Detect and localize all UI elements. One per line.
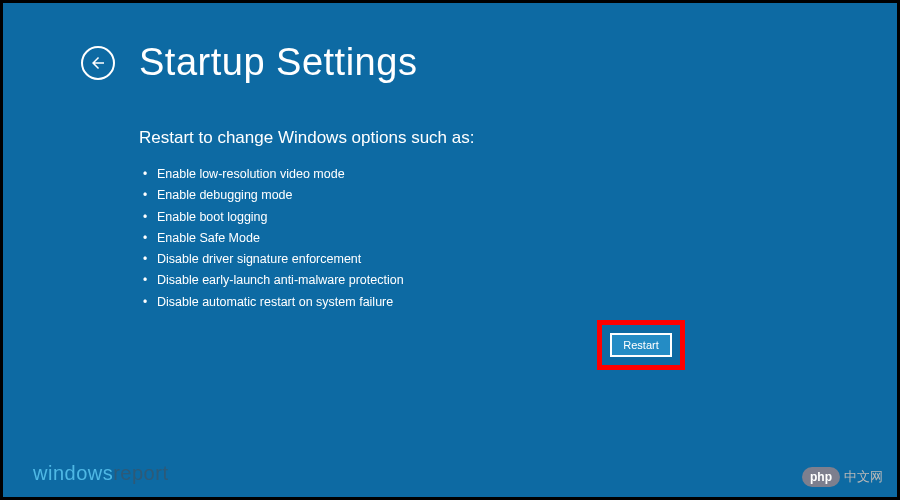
watermark-part2: report [113,462,168,484]
header: Startup Settings [3,3,897,84]
page-title: Startup Settings [139,41,417,84]
back-button[interactable] [81,46,115,80]
list-item: Disable automatic restart on system fail… [157,292,897,313]
list-item: Disable driver signature enforcement [157,249,897,270]
list-item: Disable early-launch anti-malware protec… [157,270,897,291]
php-badge: php [802,467,840,487]
arrow-left-icon [89,54,107,72]
options-list: Enable low-resolution video mode Enable … [3,148,897,313]
watermark-left: windowsreport [33,462,168,485]
restart-button[interactable]: Restart [610,333,672,357]
list-item: Enable Safe Mode [157,228,897,249]
list-item: Enable boot logging [157,207,897,228]
watermark-part1: windows [33,462,113,484]
list-item: Enable debugging mode [157,185,897,206]
watermark-right: php 中文网 [802,467,883,487]
list-item: Enable low-resolution video mode [157,164,897,185]
subtitle: Restart to change Windows options such a… [3,84,897,148]
highlight-box: Restart [597,320,685,370]
cn-text: 中文网 [844,468,883,486]
